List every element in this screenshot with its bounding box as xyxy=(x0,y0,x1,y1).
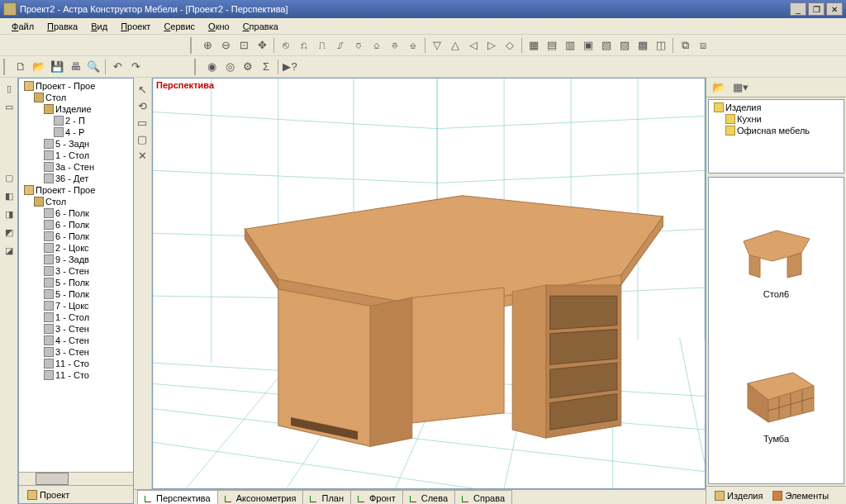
layout-icon[interactable]: ▤ xyxy=(543,36,561,55)
tree-item[interactable]: 5 - Полк xyxy=(21,288,131,300)
pointer-icon[interactable]: ↖ xyxy=(134,81,150,97)
tree-item[interactable]: 36 - Дет xyxy=(21,173,131,184)
undo-icon[interactable]: ↶ xyxy=(108,58,126,76)
tool-icon[interactable]: ◎ xyxy=(221,58,239,76)
tool-icon[interactable]: ⎏ xyxy=(349,36,368,55)
tree-item[interactable]: 3 - Стен xyxy=(21,346,131,358)
preview-item[interactable]: Тумба xyxy=(731,363,822,444)
tree-item[interactable]: Проект - Прое xyxy=(21,184,131,196)
view-mode-icon[interactable]: ▦▾ xyxy=(731,78,749,97)
tree-item[interactable]: 5 - Полк xyxy=(21,277,131,288)
layout-icon[interactable]: ▧ xyxy=(597,36,615,55)
zoom-in-icon[interactable]: ⊕ xyxy=(198,36,216,55)
tool-icon[interactable]: ⎐ xyxy=(368,36,386,55)
tree-item[interactable]: Изделие xyxy=(21,103,131,115)
tree-item[interactable]: 11 - Сто xyxy=(21,369,131,381)
tree-item[interactable]: 3 - Стен xyxy=(21,265,131,277)
strip-tool-icon[interactable]: ◧ xyxy=(2,188,17,203)
tool-icon[interactable]: ⎎ xyxy=(331,36,349,55)
maximize-button[interactable]: ❐ xyxy=(808,2,825,16)
preview-icon[interactable]: 🔍 xyxy=(84,58,102,76)
pan-icon[interactable]: ✥ xyxy=(253,36,271,55)
library-tab-elements[interactable]: Элементы xyxy=(768,489,834,502)
tool-icon[interactable]: ⎌ xyxy=(295,36,313,55)
project-tab[interactable]: Проект xyxy=(22,488,74,502)
tree-item[interactable]: 11 - Сто xyxy=(21,358,131,369)
save-icon[interactable]: 💾 xyxy=(48,58,66,76)
tree-item[interactable]: 2 - П xyxy=(21,115,131,126)
library-tree-item[interactable]: Офисная мебель xyxy=(711,125,842,136)
tool-icon[interactable]: ⎑ xyxy=(386,36,404,55)
menu-item[interactable]: Файл xyxy=(5,20,40,33)
sigma-icon[interactable]: Σ xyxy=(257,58,275,76)
menu-item[interactable]: Сервис xyxy=(157,20,202,33)
tool-icon[interactable]: ◇ xyxy=(501,36,519,55)
tool-icon[interactable]: ⚙ xyxy=(239,58,257,76)
tree-item[interactable]: 5 - Задн xyxy=(21,138,131,150)
layout-icon[interactable]: ▦ xyxy=(525,36,543,55)
tree-item[interactable]: 3а - Стен xyxy=(21,161,131,173)
select-icon[interactable]: ▭ xyxy=(134,114,150,131)
viewport-3d[interactable]: Перспектива xyxy=(152,78,706,489)
view-tab[interactable]: Аксонометрия xyxy=(217,490,304,504)
tree-item[interactable]: 9 - Задв xyxy=(21,254,131,265)
layout-icon[interactable]: ▥ xyxy=(561,36,579,55)
zoom-fit-icon[interactable]: ⊡ xyxy=(235,36,253,55)
library-tree-item[interactable]: Изделия xyxy=(711,102,842,113)
tree-item[interactable]: 2 - Цокс xyxy=(21,242,131,254)
tree-item[interactable]: Стол xyxy=(21,92,131,103)
library-tab-products[interactable]: Изделия xyxy=(710,489,768,502)
tree-item[interactable]: 4 - Р xyxy=(21,126,131,138)
orbit-icon[interactable]: ⟲ xyxy=(134,97,150,114)
project-tree[interactable]: Проект - ПроеСтолИзделие2 - П4 - Р5 - За… xyxy=(19,78,133,472)
tree-item[interactable]: 1 - Стол xyxy=(21,311,131,323)
view-tab[interactable]: Фронт xyxy=(350,490,403,504)
tree-item[interactable]: 1 - Стол xyxy=(21,150,131,161)
tree-item[interactable]: 4 - Стен xyxy=(21,335,131,346)
tool-icon[interactable]: ▽ xyxy=(428,36,446,55)
tool-icon[interactable]: △ xyxy=(446,36,464,55)
layout-icon[interactable]: ◫ xyxy=(652,36,670,55)
tool-icon[interactable]: ⎋ xyxy=(277,36,295,55)
tree-item[interactable]: Стол xyxy=(21,196,131,207)
view-tab[interactable]: Слева xyxy=(402,490,455,504)
close-button[interactable]: ✕ xyxy=(826,2,843,16)
print-icon[interactable]: 🖶 xyxy=(66,58,84,76)
strip-tool-icon[interactable]: ▯ xyxy=(2,81,17,96)
tool-icon[interactable]: ◉ xyxy=(202,58,221,76)
strip-tool-icon[interactable]: ▢ xyxy=(2,170,17,185)
layout-icon[interactable]: ⧇ xyxy=(694,36,712,55)
tool-icon[interactable]: ⎍ xyxy=(313,36,331,55)
library-tree-item[interactable]: Кухни xyxy=(711,113,842,125)
strip-tool-icon[interactable]: ◨ xyxy=(2,207,17,221)
menu-item[interactable]: Справка xyxy=(236,20,285,33)
layout-icon[interactable]: ▩ xyxy=(634,36,652,55)
tool-icon[interactable]: ◁ xyxy=(464,36,482,55)
layout-icon[interactable]: ▣ xyxy=(579,36,597,55)
view-tab[interactable]: Справа xyxy=(454,490,512,504)
minimize-button[interactable]: _ xyxy=(790,2,806,16)
preview-item[interactable]: Стол6 xyxy=(731,218,822,299)
open-icon[interactable]: 📂 xyxy=(30,58,48,76)
tree-h-scrollbar[interactable] xyxy=(19,472,133,485)
tree-item[interactable]: 7 - Цокс xyxy=(21,300,131,311)
tree-item[interactable]: 6 - Полк xyxy=(21,231,131,242)
zoom-out-icon[interactable]: ⊖ xyxy=(216,36,235,55)
cross-icon[interactable]: ✕ xyxy=(134,147,150,164)
layout-icon[interactable]: ⧉ xyxy=(676,36,694,55)
strip-tool-icon[interactable]: ▭ xyxy=(2,99,17,114)
new-icon[interactable]: 🗋 xyxy=(12,58,30,76)
menu-item[interactable]: Окно xyxy=(202,20,236,33)
rect-icon[interactable]: ▢ xyxy=(134,131,150,147)
library-tree[interactable]: ИзделияКухниОфисная мебель xyxy=(708,99,844,174)
view-tab[interactable]: Перспектива xyxy=(137,490,218,504)
strip-tool-icon[interactable]: ◪ xyxy=(2,243,17,258)
open-folder-icon[interactable]: 📂 xyxy=(710,78,728,97)
tree-item[interactable]: 3 - Стен xyxy=(21,323,131,335)
menu-item[interactable]: Правка xyxy=(40,20,84,33)
tool-icon[interactable]: ⎒ xyxy=(404,36,422,55)
menu-item[interactable]: Проект xyxy=(114,20,157,33)
help-pointer-icon[interactable]: ▶? xyxy=(281,58,299,76)
redo-icon[interactable]: ↷ xyxy=(126,58,145,76)
tree-item[interactable]: Проект - Прое xyxy=(21,80,131,92)
